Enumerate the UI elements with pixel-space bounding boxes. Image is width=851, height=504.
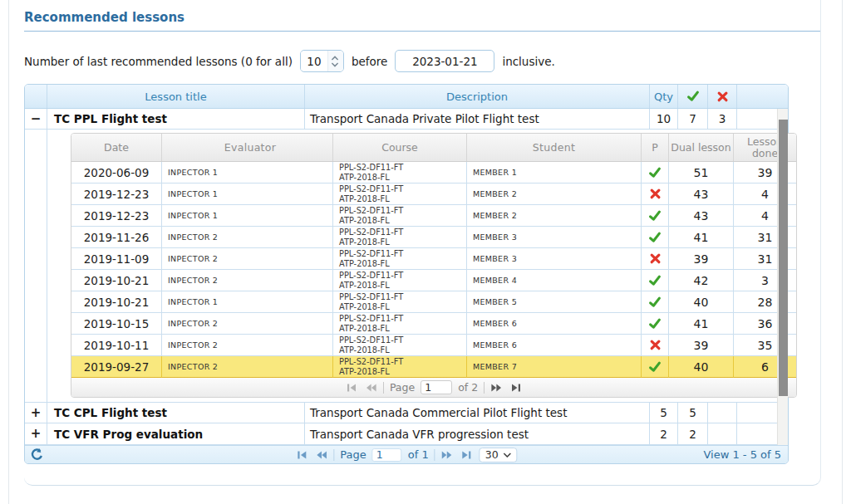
description-cell: Transport Canada Private Pilot Flight te… bbox=[305, 109, 650, 130]
cell-evaluator: INPECTOR 1 bbox=[162, 205, 333, 227]
cell-student: MEMBER 3 bbox=[467, 227, 642, 248]
divider bbox=[333, 449, 334, 461]
recommended-lessons-panel: Recommended lessons Number of last recom… bbox=[24, 0, 821, 486]
subgrid-container-row: Date Evaluator Course Student P Dual les… bbox=[25, 130, 788, 403]
cell-course: PPL-S2-DF11-FTATP-2018-FL bbox=[333, 270, 467, 291]
check-icon bbox=[648, 166, 662, 179]
expand-row-button[interactable]: + bbox=[25, 403, 47, 423]
cell-pass-status bbox=[642, 356, 669, 378]
grid-prev-page-button[interactable] bbox=[314, 448, 327, 462]
cell-student: MEMBER 6 bbox=[467, 313, 642, 335]
grid-header: Lesson title Description Qty bbox=[25, 85, 788, 109]
cell-dual-lesson: 41 bbox=[669, 313, 734, 335]
pass-count-cell: 7 bbox=[678, 109, 708, 130]
cell-dual-lesson: 41 bbox=[669, 227, 734, 248]
fail-column-header[interactable] bbox=[708, 85, 737, 108]
grid-page-input[interactable] bbox=[372, 448, 402, 462]
cell-dual-lesson: 42 bbox=[669, 270, 734, 291]
subgrid-area: Date Evaluator Course Student P Dual les… bbox=[47, 130, 797, 402]
cell-date: 2019-12-23 bbox=[71, 205, 162, 227]
subgrid-header: Date Evaluator Course Student P Dual les… bbox=[71, 134, 796, 162]
before-label: before bbox=[352, 55, 387, 68]
check-icon bbox=[648, 317, 662, 330]
subgrid-body: 2020-06-09 INPECTOR 1 PPL-S2-DF11-FTATP-… bbox=[71, 162, 796, 378]
cell-course: PPL-S2-DF11-FTATP-2018-FL bbox=[333, 162, 467, 183]
lesson-count-input[interactable] bbox=[301, 51, 327, 71]
grid-first-page-button[interactable] bbox=[295, 448, 308, 462]
plus-icon[interactable]: + bbox=[31, 407, 42, 419]
spinner-down-icon[interactable] bbox=[331, 62, 339, 67]
subgrid-row[interactable]: 2019-10-21 INPECTOR 2 PPL-S2-DF11-FTATP-… bbox=[71, 270, 796, 291]
evaluator-column-header[interactable]: Evaluator bbox=[162, 134, 333, 161]
cell-dual-lesson: 43 bbox=[669, 183, 734, 205]
lesson-row[interactable]: + TC CPL Flight test Transport Canada Co… bbox=[25, 403, 788, 423]
check-icon bbox=[648, 231, 662, 244]
cell-pass-status bbox=[642, 162, 669, 183]
subgrid-row[interactable]: 2019-09-27 INPECTOR 2 PPL-S2-DF11-FTATP-… bbox=[71, 355, 796, 378]
cell-pass-status bbox=[642, 270, 669, 291]
spinner-up-icon[interactable] bbox=[331, 56, 339, 61]
course-column-header[interactable]: Course bbox=[333, 134, 467, 161]
filler-column-header bbox=[737, 85, 788, 108]
subgrid-first-page-button[interactable] bbox=[345, 381, 358, 394]
subgrid-row[interactable]: 2019-11-09 INPECTOR 2 PPL-S2-DF11-FTATP-… bbox=[71, 248, 796, 270]
description-cell: Transport Canada Commercial Pilot Flight… bbox=[305, 403, 650, 423]
plus-icon[interactable]: + bbox=[31, 428, 42, 440]
lesson-row[interactable]: − TC PPL Flight test Transport Canada Pr… bbox=[25, 109, 788, 130]
p-column-header[interactable]: P bbox=[642, 134, 669, 161]
qty-column-header[interactable]: Qty bbox=[650, 85, 678, 108]
cell-date: 2019-11-26 bbox=[71, 227, 162, 248]
cell-dual-lesson: 40 bbox=[669, 356, 734, 378]
last-page-icon bbox=[509, 381, 523, 394]
student-column-header[interactable]: Student bbox=[467, 134, 642, 161]
next-page-icon bbox=[441, 448, 455, 462]
description-column-header[interactable]: Description bbox=[305, 85, 650, 108]
subgrid-row[interactable]: 2019-12-23 INPECTOR 1 PPL-S2-DF11-FTATP-… bbox=[71, 183, 796, 205]
refresh-icon bbox=[30, 448, 44, 462]
lesson-title-cell: TC PPL Flight test bbox=[47, 109, 305, 130]
expand-row-button[interactable]: + bbox=[25, 423, 47, 445]
date-column-header[interactable]: Date bbox=[71, 134, 162, 161]
next-page-icon bbox=[490, 381, 504, 394]
subgrid-row[interactable]: 2019-12-23 INPECTOR 1 PPL-S2-DF11-FTATP-… bbox=[71, 205, 796, 227]
divider bbox=[484, 382, 485, 394]
subgrid-row[interactable]: 2019-11-26 INPECTOR 2 PPL-S2-DF11-FTATP-… bbox=[71, 227, 796, 248]
subgrid-last-page-button[interactable] bbox=[509, 381, 523, 394]
collapse-row-button[interactable]: − bbox=[25, 109, 47, 130]
refresh-button[interactable] bbox=[30, 448, 44, 462]
pass-column-header[interactable] bbox=[678, 85, 708, 108]
fail-count-cell: 3 bbox=[708, 109, 737, 130]
lesson-title-column-header[interactable]: Lesson title bbox=[47, 85, 305, 108]
cell-evaluator: INPECTOR 1 bbox=[162, 291, 333, 313]
subgrid-next-page-button[interactable] bbox=[490, 381, 504, 394]
page-title: Recommended lessons bbox=[24, 10, 820, 32]
cell-student: MEMBER 4 bbox=[467, 270, 642, 291]
subgrid-row[interactable]: 2020-06-09 INPECTOR 1 PPL-S2-DF11-FTATP-… bbox=[71, 162, 796, 183]
divider bbox=[383, 382, 384, 394]
cell-course: PPL-S2-DF11-FTATP-2018-FL bbox=[333, 205, 467, 227]
dual-lesson-column-header[interactable]: Dual lesson bbox=[669, 134, 734, 161]
cell-student: MEMBER 2 bbox=[467, 205, 642, 227]
cell-date: 2019-10-21 bbox=[71, 270, 162, 291]
view-range-text: View 1 - 5 of 5 bbox=[703, 448, 781, 461]
subgrid-row[interactable]: 2019-10-11 INPECTOR 2 PPL-S2-DF11-FTATP-… bbox=[71, 335, 796, 356]
page-size-select[interactable]: 30 bbox=[480, 448, 518, 462]
subgrid-prev-page-button[interactable] bbox=[364, 381, 377, 394]
spinner-buttons[interactable] bbox=[327, 51, 343, 71]
cell-course: PPL-S2-DF11-FTATP-2018-FL bbox=[333, 356, 467, 378]
subgrid-row[interactable]: 2019-10-21 INPECTOR 1 PPL-S2-DF11-FTATP-… bbox=[71, 291, 796, 313]
subgrid-row[interactable]: 2019-10-15 INPECTOR 2 PPL-S2-DF11-FTATP-… bbox=[71, 313, 796, 335]
grid-pager-controls: Page of 1 30 bbox=[295, 446, 517, 463]
grid-next-page-button[interactable] bbox=[441, 448, 455, 462]
cell-date: 2019-12-23 bbox=[71, 183, 162, 205]
date-input[interactable] bbox=[395, 50, 494, 72]
cell-course: PPL-S2-DF11-FTATP-2018-FL bbox=[333, 227, 467, 248]
minus-icon[interactable]: − bbox=[31, 113, 42, 125]
subgrid-page-input[interactable] bbox=[421, 380, 452, 394]
scrollbar-thumb[interactable] bbox=[779, 120, 788, 396]
subgrid-gutter bbox=[25, 130, 47, 402]
lesson-row[interactable]: + TC VFR Prog evaluation Transport Canad… bbox=[25, 423, 788, 445]
grid-last-page-button[interactable] bbox=[460, 448, 474, 462]
cell-date: 2019-09-27 bbox=[71, 356, 162, 378]
vertical-scrollbar[interactable] bbox=[777, 109, 788, 445]
